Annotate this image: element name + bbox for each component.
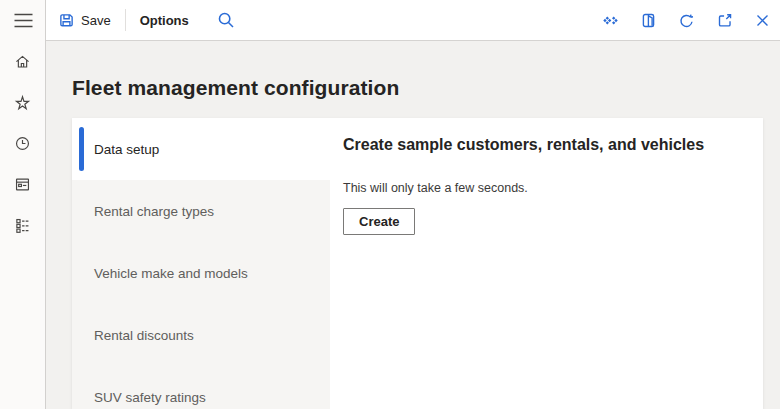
popout-icon[interactable]: [716, 12, 733, 29]
refresh-icon[interactable]: [678, 12, 695, 29]
tab-label: SUV safety ratings: [94, 390, 206, 405]
options-button[interactable]: Options: [132, 0, 197, 41]
tab-vehicle-make-and-models[interactable]: Vehicle make and models: [72, 242, 330, 304]
history-icon[interactable]: [14, 135, 31, 152]
tab-content: Create sample customers, rentals, and ve…: [330, 118, 763, 409]
rail-icon-list: [0, 53, 45, 234]
tab-rental-discounts[interactable]: Rental discounts: [72, 304, 330, 366]
page-area: Fleet management configuration Data setu…: [46, 41, 780, 409]
tab-label: Rental discounts: [94, 328, 194, 343]
tab-data-setup[interactable]: Data setup: [72, 118, 330, 180]
toolbar-divider: [125, 9, 126, 31]
save-button[interactable]: Save: [50, 0, 119, 41]
tab-label: Rental charge types: [94, 204, 214, 219]
tab-rental-charge-types[interactable]: Rental charge types: [72, 180, 330, 242]
hamburger-icon: [14, 13, 33, 28]
search-icon: [217, 11, 235, 29]
left-nav-rail: [0, 0, 46, 409]
star-icon[interactable]: [14, 94, 31, 111]
selected-indicator: [79, 127, 84, 171]
tab-list: Data setup Rental charge types Vehicle m…: [72, 118, 330, 409]
configuration-card: Data setup Rental charge types Vehicle m…: [72, 118, 763, 409]
page-title: Fleet management configuration: [72, 75, 399, 100]
toolbar-right-icons: [602, 12, 771, 29]
toolbar: Save Options: [46, 0, 780, 41]
menu-icon[interactable]: [13, 12, 33, 29]
form-icon[interactable]: [14, 176, 31, 193]
content-heading: Create sample customers, rentals, and ve…: [343, 135, 743, 154]
create-button[interactable]: Create: [343, 208, 415, 235]
save-label: Save: [81, 13, 111, 28]
tab-suv-safety-ratings[interactable]: SUV safety ratings: [72, 366, 330, 409]
tab-label: Data setup: [94, 142, 159, 157]
tab-label: Vehicle make and models: [94, 266, 248, 281]
close-icon[interactable]: [754, 12, 771, 29]
book-icon[interactable]: [640, 12, 657, 29]
content-description: This will only take a few seconds.: [343, 181, 743, 195]
options-label: Options: [140, 13, 189, 28]
floppy-disk-icon: [58, 12, 75, 29]
search-button[interactable]: [209, 0, 243, 41]
dynamics-icon[interactable]: [602, 12, 619, 29]
worksheet-icon[interactable]: [14, 217, 31, 234]
home-icon[interactable]: [14, 53, 31, 70]
